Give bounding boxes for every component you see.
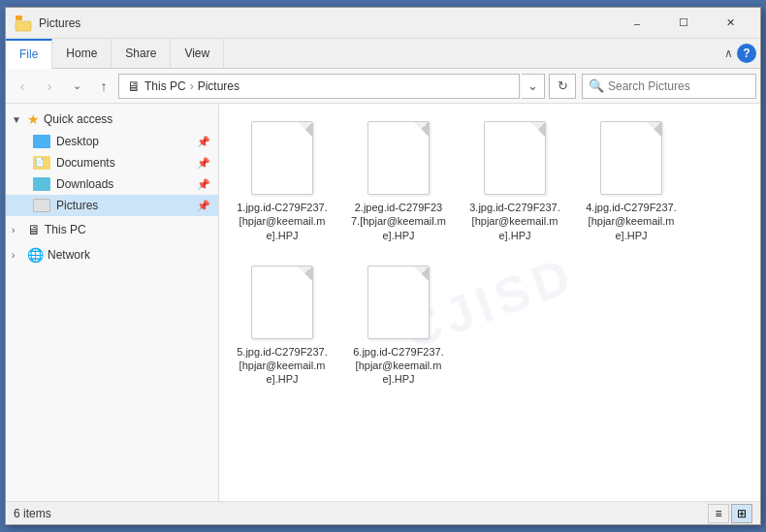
pictures-folder-icon: [33, 199, 50, 212]
ribbon: File Home Share View ∧ ?: [6, 39, 760, 69]
tab-view[interactable]: View: [171, 39, 224, 68]
svg-rect-1: [16, 21, 31, 31]
search-input[interactable]: [608, 79, 750, 93]
file-item[interactable]: 6.jpg.id-C279F237.[hpjar@keemail.me].HPJ: [345, 258, 452, 392]
tab-home[interactable]: Home: [52, 39, 112, 68]
this-pc-header[interactable]: › 🖥 This PC: [6, 218, 218, 241]
file-item[interactable]: 5.jpg.id-C279F237.[hpjar@keemail.me].HPJ: [229, 258, 335, 392]
path-separator-1: ›: [190, 79, 194, 93]
forward-button[interactable]: ›: [37, 74, 62, 99]
file-icon: [364, 264, 433, 341]
tab-share[interactable]: Share: [112, 39, 171, 68]
pin-icon-pictures: 📌: [197, 200, 210, 212]
file-name: 3.jpg.id-C279F237.[hpjar@keemail.me].HPJ: [467, 201, 562, 242]
pin-icon-desktop: 📌: [197, 136, 210, 148]
item-count: 6 items: [14, 507, 51, 520]
network-header[interactable]: › 🌐 Network: [6, 243, 218, 266]
path-pictures: Pictures: [198, 79, 239, 93]
file-item[interactable]: 4.jpg.id-C279F237.[hpjar@keemail.me].HPJ: [578, 113, 685, 248]
downloads-folder-icon: [33, 177, 50, 191]
svg-rect-0: [16, 16, 22, 20]
sidebar: ▼ ★ Quick access Desktop 📌 📄 Documents 📌: [6, 104, 219, 501]
star-icon: ★: [27, 111, 40, 127]
this-pc-label: This PC: [45, 223, 86, 236]
title-bar: Pictures – ☐ ✕: [6, 8, 760, 39]
window-title: Pictures: [39, 16, 615, 30]
explorer-window: Pictures – ☐ ✕ File Home Share View ∧ ? …: [5, 7, 761, 525]
path-icon: 🖥: [127, 78, 141, 94]
documents-folder-icon: 📄: [33, 156, 50, 170]
desktop-folder-icon: [33, 135, 50, 148]
path-this-pc: This PC: [144, 79, 186, 93]
file-icon: [247, 264, 317, 341]
sidebar-item-desktop-label: Desktop: [56, 135, 99, 148]
list-view-button[interactable]: ≡: [708, 504, 729, 523]
file-page: [484, 121, 546, 195]
network-label: Network: [48, 248, 90, 262]
file-page: [251, 121, 313, 195]
file-icon: [480, 119, 550, 197]
sidebar-section-quickaccess: ▼ ★ Quick access Desktop 📌 📄 Documents 📌: [6, 108, 218, 216]
pin-icon-documents: 📌: [197, 157, 210, 170]
file-name: 1.jpg.id-C279F237.[hpjar@keemail.me].HPJ: [235, 201, 330, 242]
ribbon-collapse-icon[interactable]: ∧: [724, 47, 733, 60]
icon-view-button[interactable]: ⊞: [731, 504, 752, 523]
sidebar-item-downloads[interactable]: Downloads 📌: [6, 173, 218, 195]
dropdown-recent-button[interactable]: ⌄: [64, 74, 89, 99]
close-button[interactable]: ✕: [708, 8, 752, 39]
sidebar-item-documents-label: Documents: [56, 156, 115, 170]
maximize-button[interactable]: ☐: [661, 8, 706, 39]
sidebar-item-pictures[interactable]: Pictures 📌: [6, 195, 218, 216]
file-name: 6.jpg.id-C279F237.[hpjar@keemail.me].HPJ: [351, 345, 446, 387]
status-bar: 6 items ≡ ⊞: [6, 501, 760, 524]
refresh-button[interactable]: ↻: [549, 74, 576, 99]
tab-file[interactable]: File: [6, 39, 52, 69]
file-name: 5.jpg.id-C279F237.[hpjar@keemail.me].HPJ: [235, 345, 330, 387]
app-icon: [14, 14, 33, 33]
up-button[interactable]: ↑: [91, 74, 116, 99]
address-bar: ‹ › ⌄ ↑ 🖥 This PC › Pictures ⌄ ↻ 🔍: [6, 69, 760, 104]
help-icon[interactable]: ?: [737, 44, 756, 63]
file-page: [251, 266, 313, 339]
sidebar-item-desktop[interactable]: Desktop 📌: [6, 131, 218, 152]
file-page: [600, 121, 662, 195]
sidebar-section-network: › 🌐 Network: [6, 243, 218, 266]
quick-access-header[interactable]: ▼ ★ Quick access: [6, 108, 218, 131]
ribbon-tabs: File Home Share View ∧ ?: [6, 39, 760, 68]
file-icon: [247, 119, 317, 197]
file-item[interactable]: 3.jpg.id-C279F237.[hpjar@keemail.me].HPJ: [462, 113, 568, 248]
back-button[interactable]: ‹: [10, 74, 35, 99]
pin-icon-downloads: 📌: [197, 178, 210, 191]
sidebar-item-downloads-label: Downloads: [56, 177, 113, 191]
network-icon: 🌐: [27, 247, 44, 263]
content-area: CJISD 1.jpg.id-C279F237.[hpjar@keemail.m…: [219, 104, 760, 501]
file-page: [367, 266, 430, 339]
sidebar-item-pictures-label: Pictures: [56, 199, 98, 212]
search-box[interactable]: 🔍: [582, 74, 756, 99]
file-name: 4.jpg.id-C279F237.[hpjar@keemail.me].HPJ: [584, 201, 679, 242]
file-icon: [364, 119, 433, 197]
address-path[interactable]: 🖥 This PC › Pictures: [118, 74, 520, 99]
file-name: 2.jpeg.id-C279F237.[hpjar@keemail.me].HP…: [351, 201, 446, 242]
file-icon: [596, 119, 666, 197]
sidebar-item-documents[interactable]: 📄 Documents 📌: [6, 152, 218, 173]
file-item[interactable]: 2.jpeg.id-C279F237.[hpjar@keemail.me].HP…: [345, 113, 452, 248]
file-grid: 1.jpg.id-C279F237.[hpjar@keemail.me].HPJ…: [229, 113, 750, 392]
window-controls: – ☐ ✕: [615, 8, 752, 39]
minimize-button[interactable]: –: [615, 8, 659, 39]
file-page: [367, 121, 430, 195]
expand-icon: ▼: [12, 114, 23, 125]
file-item[interactable]: 1.jpg.id-C279F237.[hpjar@keemail.me].HPJ: [229, 113, 335, 248]
sidebar-section-thispc: › 🖥 This PC: [6, 218, 218, 241]
main-area: ▼ ★ Quick access Desktop 📌 📄 Documents 📌: [6, 104, 760, 501]
address-dropdown-button[interactable]: ⌄: [522, 74, 545, 99]
computer-icon: 🖥: [27, 222, 41, 237]
search-icon: 🔍: [589, 78, 604, 93]
view-controls: ≡ ⊞: [708, 504, 752, 523]
expand-icon-thispc: ›: [12, 225, 23, 235]
expand-icon-network: ›: [12, 250, 23, 261]
quick-access-label: Quick access: [44, 112, 112, 126]
